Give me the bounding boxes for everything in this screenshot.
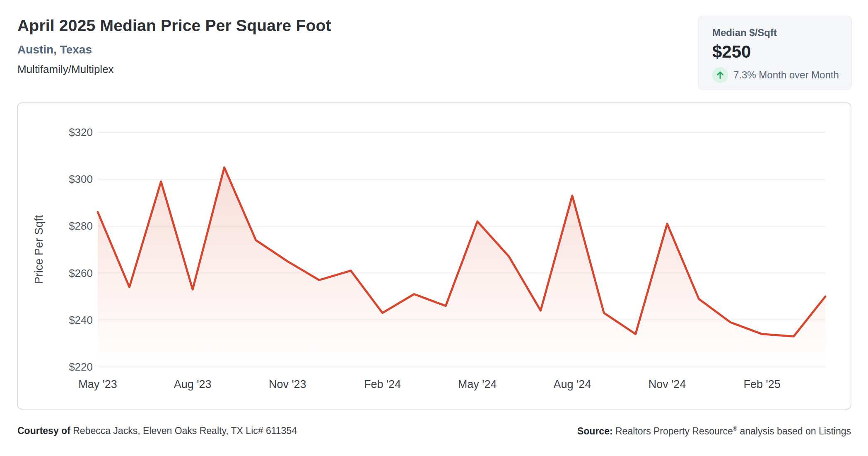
- x-tick-label: Nov '23: [269, 378, 306, 391]
- stat-card-trend-row: 7.3% Month over Month: [712, 67, 843, 83]
- x-tick-label: Aug '24: [554, 378, 591, 391]
- y-axis-title: Price Per Sqft: [33, 215, 45, 284]
- x-tick-label: Nov '24: [649, 378, 686, 391]
- y-tick-label: $320: [69, 126, 93, 138]
- stat-card-label: Median $/Sqft: [712, 27, 843, 39]
- price-line-chart: $220$240$260$280$300$320May '23Aug '23No…: [18, 103, 851, 409]
- page: { "header": { "title": "April 2025 Media…: [0, 0, 868, 456]
- y-tick-label: $300: [69, 173, 93, 185]
- median-price-stat-card: Median $/Sqft $250 7.3% Month over Month: [698, 16, 852, 90]
- courtesy-footer-text: Rebecca Jacks, Eleven Oaks Realty, TX Li…: [73, 425, 297, 436]
- y-tick-label: $280: [69, 220, 93, 232]
- source-footer-text-post: analysis based on Listings: [737, 426, 851, 437]
- property-type-label: Multifamily/Multiplex: [17, 63, 114, 76]
- trend-up-icon: [712, 67, 728, 83]
- stat-card-value: $250: [712, 42, 843, 62]
- source-footer: Source: Realtors Property Resource® anal…: [577, 425, 851, 437]
- y-tick-labels-group: $220$240$260$280$300$320: [69, 126, 93, 373]
- price-area-fill: [98, 167, 825, 367]
- y-tick-label: $240: [69, 314, 93, 326]
- courtesy-footer: Courtesy of Rebecca Jacks, Eleven Oaks R…: [17, 425, 297, 437]
- courtesy-footer-bold: Courtesy of: [17, 425, 73, 436]
- x-tick-label: May '23: [78, 378, 117, 391]
- registered-trademark-mark: ®: [733, 425, 737, 432]
- y-tick-label: $260: [69, 267, 93, 279]
- page-location: Austin, Texas: [17, 43, 92, 56]
- x-tick-label: Feb '24: [364, 378, 401, 391]
- page-title: April 2025 Median Price Per Square Foot: [17, 17, 331, 35]
- y-tick-label: $220: [69, 361, 93, 373]
- x-tick-label: Feb '25: [744, 378, 781, 391]
- price-chart-panel: $220$240$260$280$300$320May '23Aug '23No…: [17, 102, 851, 410]
- x-tick-label: May '24: [458, 378, 497, 391]
- stat-card-change-text: 7.3% Month over Month: [733, 69, 839, 81]
- x-tick-labels-group: May '23Aug '23Nov '23Feb '24May '24Aug '…: [78, 378, 781, 391]
- source-footer-text: Realtors Property Resource: [615, 426, 733, 437]
- x-tick-label: Aug '23: [174, 378, 212, 391]
- source-footer-bold: Source:: [577, 426, 615, 437]
